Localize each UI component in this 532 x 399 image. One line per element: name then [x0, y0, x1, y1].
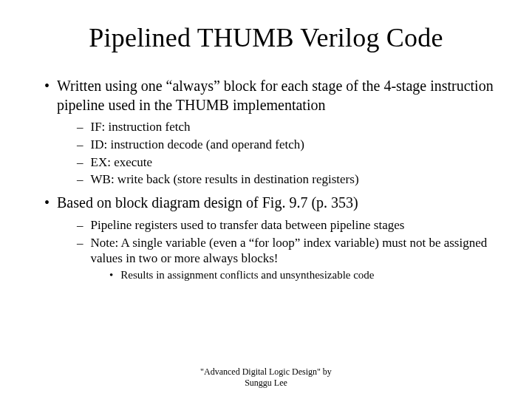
bullet-item: • Based on block diagram design of Fig. …	[44, 194, 497, 213]
bullet-text: IF: instruction fetch	[91, 119, 191, 135]
dash-marker: –	[77, 119, 83, 135]
bullet-text: EX: execute	[91, 154, 153, 171]
bullet-marker: •	[44, 77, 50, 96]
bullet-text: Note: A single variable (even a “for loo…	[91, 235, 497, 267]
bullet-marker: •	[44, 194, 50, 213]
bullet-subitem: – ID: instruction decode (and operand fe…	[77, 137, 497, 153]
footer-line: Sunggu Lee	[0, 378, 532, 389]
bullet-text: WB: write back (store results in destina…	[91, 171, 359, 188]
dash-marker: –	[77, 137, 83, 153]
bullet-subitem: – IF: instruction fetch	[77, 119, 497, 135]
bullet-text: Based on block diagram design of Fig. 9.…	[57, 194, 358, 213]
bullet-subitem: – EX: execute	[77, 154, 497, 171]
bullet-text: Results in assignment conflicts and unsy…	[120, 268, 374, 282]
dash-marker: –	[77, 154, 83, 171]
dash-marker: –	[77, 217, 83, 233]
bullet-text: ID: instruction decode (and operand fetc…	[91, 137, 304, 153]
bullet-subsubitem: • Results in assignment conflicts and un…	[109, 268, 497, 282]
bullet-text: Written using one “always” block for eac…	[57, 77, 497, 115]
slide-body: Pipelined THUMB Verilog Code • Written u…	[0, 0, 532, 282]
footer-line: "Advanced Digital Logic Design" by	[0, 366, 532, 378]
slide-footer: "Advanced Digital Logic Design" by Sungg…	[0, 366, 532, 389]
bullet-subitem: – WB: write back (store results in desti…	[77, 171, 497, 188]
bullet-subitem: – Note: A single variable (even a “for l…	[77, 235, 497, 267]
bullet-marker: •	[109, 268, 113, 282]
bullet-text: Pipeline registers used to transfer data…	[91, 217, 405, 233]
slide-title: Pipelined THUMB Verilog Code	[35, 22, 497, 53]
bullet-item: • Written using one “always” block for e…	[44, 77, 497, 115]
dash-marker: –	[77, 235, 83, 251]
dash-marker: –	[77, 171, 83, 188]
bullet-subitem: – Pipeline registers used to transfer da…	[77, 217, 497, 233]
